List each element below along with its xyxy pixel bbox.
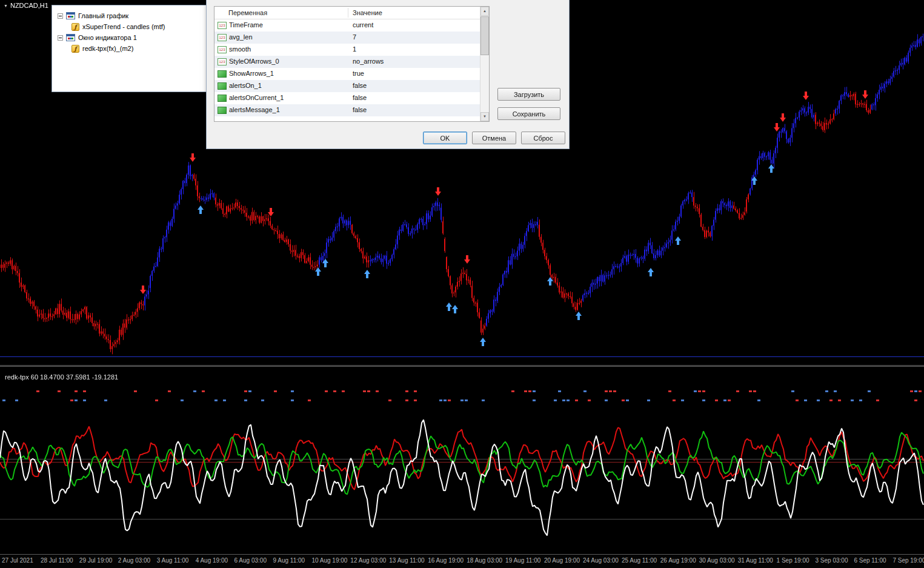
- time-axis-label: 18 Aug 03:00: [467, 557, 502, 564]
- reset-button[interactable]: Сброс: [521, 132, 565, 144]
- tree-item-window[interactable]: Главный график: [52, 10, 207, 21]
- param-value[interactable]: false: [353, 82, 367, 89]
- numeric-param-icon: 123: [218, 58, 227, 65]
- parameter-row[interactable]: 123StyleOfArrows_0no_arrows: [214, 56, 489, 68]
- scroll-thumb[interactable]: [480, 16, 489, 55]
- time-axis-label: 6 Sep 11:00: [854, 557, 886, 564]
- table-header: Переменная Значение: [214, 7, 489, 19]
- time-axis-label: 1 Sep 19:00: [777, 557, 809, 564]
- tree-item-indicator[interactable]: ƒxSuperTrend - candles (mtf): [52, 21, 207, 32]
- indicator-values-label: redk-tpx 60 18.4700 37.5981 -19.1281: [5, 373, 118, 381]
- tree-item-window[interactable]: Окно индикатора 1: [52, 32, 207, 43]
- parameter-row[interactable]: 123smooth1: [214, 44, 489, 56]
- time-axis-label: 9 Aug 11:00: [273, 557, 305, 564]
- parameter-row[interactable]: 123TimeFramecurrent: [214, 19, 489, 32]
- parameter-row[interactable]: alertsOn_1false: [214, 80, 489, 92]
- indicator-fx-icon: ƒ: [71, 45, 79, 53]
- time-axis-label: 3 Sep 03:00: [816, 557, 848, 564]
- indicator-fx-icon: ƒ: [71, 23, 79, 31]
- param-value[interactable]: false: [353, 106, 367, 113]
- column-header-value: Значение: [353, 9, 382, 16]
- time-axis-label: 31 Aug 11:00: [738, 557, 773, 564]
- mt4-terminal: ▼ NZDCAD,H1 redk-tpx 60 18.4700 37.5981 …: [0, 0, 924, 568]
- boolean-param-icon: [218, 82, 227, 90]
- table-scrollbar[interactable]: ▲ ▼: [480, 7, 489, 121]
- numeric-param-icon: 123: [218, 34, 227, 41]
- param-name: TimeFrame: [229, 21, 263, 28]
- time-axis-label: 19 Aug 11:00: [505, 557, 540, 564]
- time-axis-label: 2 Aug 03:00: [118, 557, 150, 564]
- tree-item-label: Главный график: [78, 12, 128, 19]
- time-axis-label: 13 Aug 11:00: [389, 557, 424, 564]
- param-name: avg_len: [229, 33, 253, 41]
- parameters-rows: 123TimeFramecurrent123avg_len7123smooth1…: [214, 19, 489, 116]
- tree-item-label: Окно индикатора 1: [78, 34, 137, 41]
- param-name: ShowArrows_1: [229, 70, 274, 77]
- tree-item-label: xSuperTrend - candles (mtf): [82, 23, 165, 30]
- chart-symbol-label[interactable]: ▼ NZDCAD,H1: [4, 2, 48, 9]
- time-axis-label: 6 Aug 03:00: [234, 557, 267, 564]
- param-value[interactable]: no_arrows: [353, 58, 384, 65]
- param-name: alertsOnCurrent_1: [229, 94, 284, 101]
- tree-item-indicator[interactable]: ƒredk-tpx(fx)_(m2): [52, 43, 207, 54]
- boolean-param-icon: [218, 95, 227, 102]
- boolean-param-icon: [218, 70, 227, 78]
- numeric-param-icon: 123: [218, 46, 227, 53]
- time-axis-label: 28 Jul 11:00: [41, 557, 73, 564]
- tree-collapse-icon[interactable]: [58, 13, 63, 19]
- param-name: alertsMessage_1: [229, 106, 280, 113]
- tree-item-label: redk-tpx(fx)_(m2): [82, 45, 133, 52]
- time-axis-label: 3 Aug 11:00: [157, 557, 189, 564]
- symbol-dropdown-icon[interactable]: ▼: [4, 2, 8, 9]
- chart-window-icon: [66, 34, 75, 41]
- scroll-down-icon[interactable]: ▼: [480, 112, 489, 121]
- time-axis-label: 24 Aug 03:00: [583, 557, 619, 564]
- param-value[interactable]: false: [353, 94, 367, 101]
- time-axis-label: 20 Aug 19:00: [544, 557, 580, 564]
- symbol-text: NZDCAD,H1: [10, 2, 48, 9]
- column-header-variable: Переменная: [228, 9, 267, 16]
- time-axis-label: 7 Sep 19:00: [892, 557, 924, 564]
- time-axis-label: 25 Aug 11:00: [622, 557, 657, 564]
- param-value[interactable]: 7: [353, 33, 356, 41]
- time-axis-label: 16 Aug 19:00: [428, 557, 464, 564]
- time-axis-label: 30 Aug 03:00: [699, 557, 735, 564]
- param-name: StyleOfArrows_0: [229, 58, 279, 65]
- parameter-row[interactable]: alertsMessage_1false: [214, 104, 489, 116]
- param-name: smooth: [229, 45, 251, 53]
- time-axis-label: 27 Jul 2021: [2, 557, 33, 564]
- boolean-param-icon: [218, 107, 227, 114]
- parameter-row[interactable]: alertsOnCurrent_1false: [214, 92, 489, 104]
- indicator-settings-dialog: Переменная Значение 123TimeFramecurrent1…: [206, 0, 570, 149]
- parameters-table: Переменная Значение 123TimeFramecurrent1…: [214, 6, 490, 122]
- param-value[interactable]: 1: [353, 45, 356, 53]
- param-value[interactable]: current: [353, 21, 373, 28]
- save-button[interactable]: Сохранить: [497, 107, 560, 120]
- param-name: alertsOn_1: [229, 82, 262, 89]
- time-axis-label: 4 Aug 19:00: [196, 557, 228, 564]
- parameter-row[interactable]: 123avg_len7: [214, 32, 489, 44]
- tree-collapse-icon[interactable]: [58, 35, 63, 41]
- indicator-tree: Главный графикƒxSuperTrend - candles (mt…: [52, 10, 207, 54]
- time-axis-label: 26 Aug 19:00: [660, 557, 696, 564]
- ok-button[interactable]: OK: [423, 132, 467, 144]
- time-axis-label: 10 Aug 19:00: [311, 557, 347, 564]
- parameter-row[interactable]: ShowArrows_1true: [214, 68, 489, 80]
- time-axis-label: 29 Jul 19:00: [79, 557, 113, 564]
- cancel-button[interactable]: Отмена: [472, 132, 516, 144]
- time-axis[interactable]: 27 Jul 202128 Jul 11:0029 Jul 19:002 Aug…: [0, 554, 924, 568]
- time-axis-label: 12 Aug 03:00: [350, 557, 386, 564]
- panel-separator[interactable]: [0, 365, 924, 366]
- chart-window-icon: [66, 12, 75, 19]
- indicator-subwindow-chart[interactable]: [0, 366, 924, 553]
- numeric-param-icon: 123: [218, 22, 227, 29]
- param-value[interactable]: true: [353, 70, 364, 77]
- indicator-list-window: Главный графикƒxSuperTrend - candles (mt…: [52, 5, 208, 92]
- scroll-up-icon[interactable]: ▲: [480, 7, 489, 16]
- load-button[interactable]: Загрузить: [497, 88, 560, 101]
